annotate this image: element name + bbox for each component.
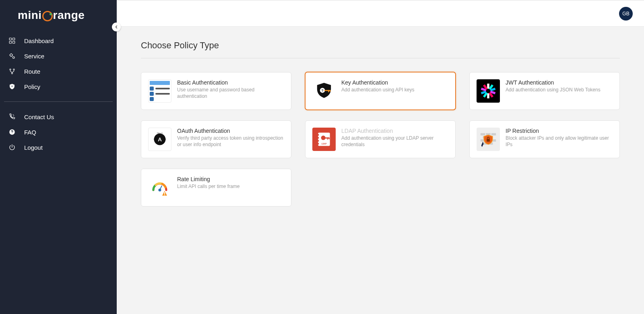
page-title: Choose Policy Type: [141, 40, 620, 51]
svg-point-4: [10, 54, 12, 56]
svg-rect-43: [481, 133, 485, 136]
svg-point-8: [12, 73, 13, 74]
svg-rect-58: [164, 192, 165, 194]
svg-rect-0: [9, 38, 11, 40]
gauge-warning-icon: [148, 176, 171, 199]
phone-icon: [8, 113, 16, 120]
policy-desc: Add authentication using JSON Web Tokens: [506, 87, 601, 93]
policy-desc: Block attacker IPs and only allow legiti…: [506, 135, 613, 148]
policy-grid: Basic Authentication Use username and pa…: [141, 72, 620, 207]
sidebar-item-contact-us[interactable]: Contact Us: [5, 109, 112, 124]
policy-desc: Add authentication using API keys: [341, 87, 414, 93]
policy-title: LDAP Authentication: [341, 128, 448, 134]
svg-rect-37: [318, 143, 319, 145]
svg-rect-39: [325, 137, 329, 138]
login-form-icon: [148, 79, 171, 103]
svg-rect-2: [9, 41, 11, 43]
sidebar-item-faq[interactable]: FAQ: [5, 124, 112, 140]
svg-text:LDAP: LDAP: [322, 143, 326, 145]
svg-rect-19: [487, 93, 489, 99]
policy-card-key-authentication[interactable]: ? Key Authentication Add authentication …: [305, 72, 456, 110]
power-icon: [8, 144, 16, 151]
sidebar-item-policy[interactable]: Policy: [5, 79, 112, 94]
sidebar-divider: [4, 101, 113, 102]
policy-title: Basic Authentication: [177, 79, 284, 86]
svg-rect-34: [318, 134, 319, 136]
user-initials: GB: [622, 11, 629, 17]
svg-rect-10: [12, 87, 12, 87]
svg-rect-59: [164, 194, 165, 195]
question-circle-icon: [8, 128, 16, 136]
jwt-icon: [477, 79, 500, 103]
svg-rect-15: [324, 90, 330, 91]
svg-rect-35: [318, 137, 319, 139]
svg-text:A: A: [158, 136, 162, 143]
svg-point-12: [12, 133, 12, 134]
sidebar-item-label: Logout: [24, 144, 43, 151]
sidebar-item-label: Dashboard: [24, 37, 54, 44]
content: Choose Policy Type Basic Authentication …: [117, 27, 644, 314]
policy-card-ip-restriction[interactable]: IP Restriction Block attacker IPs and on…: [469, 120, 620, 158]
policy-desc: Use username and password based authenti…: [177, 87, 284, 99]
svg-rect-40: [327, 137, 328, 140]
chevron-left-icon: [114, 25, 119, 29]
sidebar-nav-primary: Dashboard Service Route Policy: [0, 33, 117, 94]
svg-rect-3: [13, 41, 15, 43]
policy-desc: Verify third party access token using in…: [177, 135, 284, 148]
sidebar-item-label: Contact Us: [24, 114, 54, 120]
svg-text:O A u t h: O A u t h: [157, 132, 163, 134]
sidebar-item-label: Policy: [24, 83, 40, 90]
branch-icon: [8, 68, 16, 75]
divider: [141, 58, 620, 58]
sidebar-item-label: Service: [24, 53, 44, 60]
svg-rect-36: [318, 140, 319, 142]
sidebar-item-logout[interactable]: Logout: [5, 140, 112, 155]
firewall-shield-icon: [477, 128, 500, 151]
address-book-key-icon: LDAP: [312, 128, 336, 151]
svg-rect-16: [328, 90, 329, 92]
policy-card-oauth-authentication[interactable]: AO A u t h OAuth Authentication Verify t…: [141, 120, 291, 158]
user-avatar[interactable]: GB: [619, 7, 633, 21]
sidebar-item-label: FAQ: [24, 129, 36, 136]
svg-point-5: [13, 57, 15, 59]
brand-logo-o-icon: [42, 11, 53, 21]
sidebar-item-dashboard[interactable]: Dashboard: [5, 33, 112, 48]
dashboard-icon: [8, 37, 16, 44]
gear-icon: [8, 52, 16, 60]
sidebar-item-service[interactable]: Service: [5, 48, 112, 64]
main: GB Choose Policy Type Basic Authenticati…: [117, 0, 644, 314]
policy-desc: Add authentication using your LDAP serve…: [341, 135, 448, 148]
svg-point-6: [10, 69, 11, 70]
shield-key-icon: ?: [312, 79, 336, 103]
policy-title: JWT Authentication: [506, 79, 601, 86]
policy-title: IP Restriction: [506, 128, 613, 134]
policy-card-basic-authentication[interactable]: Basic Authentication Use username and pa…: [141, 72, 291, 110]
sidebar-nav-secondary: Contact Us FAQ Logout: [0, 109, 117, 155]
shield-icon: [8, 83, 16, 90]
svg-point-7: [13, 69, 14, 70]
svg-text:?: ?: [321, 89, 323, 93]
svg-rect-53: [487, 139, 490, 142]
svg-rect-17: [330, 90, 330, 92]
sidebar-item-route[interactable]: Route: [5, 64, 112, 79]
policy-card-jwt-authentication[interactable]: JWT Authentication Add authentication us…: [469, 72, 620, 110]
svg-rect-41: [329, 137, 330, 139]
sidebar-item-label: Route: [24, 68, 40, 75]
policy-card-rate-limiting[interactable]: Rate Limiting Limit API calls per time f…: [141, 169, 291, 207]
brand-logo: minirange: [0, 0, 117, 33]
policy-title: Key Authentication: [341, 79, 414, 86]
topbar: GB: [117, 0, 644, 27]
svg-rect-1: [13, 38, 15, 40]
sidebar-collapse-button[interactable]: [112, 23, 121, 31]
policy-desc: Limit API calls per time frame: [177, 183, 239, 190]
policy-title: OAuth Authentication: [177, 128, 284, 134]
svg-rect-18: [487, 84, 489, 89]
policy-card-ldap-authentication[interactable]: LDAP LDAP Authentication Add authenticat…: [305, 120, 456, 158]
sidebar: minirange Dashboard Service Route: [0, 0, 117, 314]
policy-title: Rate Limiting: [177, 176, 239, 182]
svg-rect-45: [491, 133, 496, 136]
oauth-icon: AO A u t h: [148, 128, 171, 151]
